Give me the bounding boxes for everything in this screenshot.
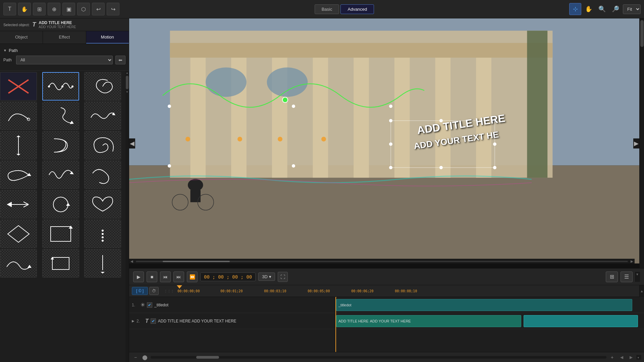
3d-mode-button[interactable]: 3D ▾ (258, 273, 275, 281)
path-section-header[interactable]: ▼ Path (3, 47, 125, 56)
path-item-dotted[interactable] (84, 220, 121, 248)
svg-point-48 (278, 137, 282, 141)
scroll-thumb-v[interactable] (640, 20, 644, 47)
timecode-4: 00:00:06;20 (351, 289, 373, 293)
timeline-timecodes: 00:00:00;00 00:00:01;20 00:00:03;10 00:0… (177, 285, 639, 297)
playhead[interactable] (335, 297, 336, 352)
video-scroll-horizontal[interactable]: ◀ ▶ (129, 259, 635, 263)
path-item-s3[interactable] (84, 161, 121, 189)
scroll-right-h-arrow[interactable]: ▶ (629, 259, 635, 263)
path-item-s2[interactable] (42, 131, 79, 160)
path-item-spiral2[interactable] (84, 72, 121, 101)
timeline-plus-btn[interactable]: + (608, 354, 616, 361)
timeline-scroll-left-btn[interactable]: ◀ (618, 354, 625, 361)
path-item-curve[interactable] (0, 102, 37, 130)
path-item-square2[interactable] (42, 249, 79, 278)
path-item-diamond[interactable] (0, 220, 37, 248)
tl-side-scroll[interactable]: ▼ (637, 355, 641, 360)
path-item-circle[interactable] (42, 190, 79, 219)
track-num-1: 1. (132, 303, 139, 307)
step-back-button[interactable]: ⏮ (160, 272, 171, 282)
redo-btn[interactable]: ↪ (107, 3, 119, 15)
transform-tool-btn[interactable]: ⊕ (48, 3, 60, 15)
timecode-0: 00:00:00;00 (177, 289, 200, 293)
timeline-scroll-bar[interactable] (151, 356, 606, 359)
fast-forward-button[interactable]: ⏩ (187, 272, 198, 282)
timeline-dot-btn[interactable]: ⬤ (141, 354, 149, 361)
path-select[interactable]: All (16, 56, 113, 64)
clip-2a[interactable]: ADD TITLE HERE ADD YOUR TEXT HERE (336, 315, 521, 327)
video-scroll-vertical[interactable] (639, 18, 644, 268)
scroll-thumb[interactable] (126, 76, 128, 89)
scroll-left-h-arrow[interactable]: ◀ (129, 259, 135, 263)
track-num-2: 2. (137, 319, 143, 323)
scroll-left-arrow[interactable]: ◀ (129, 138, 135, 148)
tab-object[interactable]: Object (0, 31, 43, 44)
select-tool-btn[interactable]: ✋ (18, 3, 31, 15)
clip-1[interactable]: _titledot (336, 299, 632, 311)
tab-effect[interactable]: Effect (43, 31, 86, 44)
path-item-none[interactable] (0, 72, 37, 101)
zoom-out-icon[interactable]: 🔍 (596, 3, 608, 15)
track-icon-2: T (145, 318, 149, 324)
group-tool-btn[interactable]: ⬡ (77, 3, 90, 15)
timeline-tab-main[interactable]: [ © ] (132, 287, 148, 295)
track-expand-2[interactable]: ▶ (132, 319, 135, 323)
track-row-1: 1. ✳ ✔ _titledot (129, 297, 335, 313)
path-item-wave3[interactable] (42, 161, 79, 189)
mode-group: Basic Advanced (315, 4, 374, 14)
basic-mode-btn[interactable]: Basic (315, 4, 339, 14)
path-item-arrow-left2[interactable] (0, 190, 37, 219)
playhead-marker[interactable] (177, 285, 182, 289)
timeline-view-btn[interactable]: ☰ (621, 272, 633, 282)
advanced-mode-btn[interactable]: Advanced (340, 4, 374, 14)
play-button[interactable]: ▶ (133, 272, 144, 282)
path-item-square[interactable] (42, 220, 79, 248)
fullscreen-button[interactable]: ⛶ (278, 272, 288, 282)
step-frame-button[interactable]: ⏭ (173, 272, 184, 282)
timeline-scroll-up[interactable]: ▲ (639, 285, 644, 297)
scroll-up-arrow[interactable]: ▲ (125, 71, 129, 75)
svg-marker-22 (28, 265, 32, 268)
path-item-arrow-down[interactable] (84, 249, 121, 278)
scroll-thumb-h[interactable] (163, 261, 230, 262)
stop-button[interactable]: ■ (147, 272, 157, 282)
undo-btn[interactable]: ↩ (92, 3, 105, 15)
clip-2b[interactable] (524, 315, 638, 327)
svg-point-58 (389, 142, 392, 146)
scroll-down-arrow[interactable]: ▼ (125, 90, 129, 94)
track-check-1[interactable]: ✔ (147, 302, 152, 308)
timeline-scroll-thumb[interactable] (196, 356, 219, 359)
path-item-wave-sm[interactable] (0, 249, 37, 278)
svg-point-46 (185, 137, 190, 141)
left-panel: Selected object: T ADD TITLE HERE ADD YO… (0, 18, 129, 362)
zoom-in-icon[interactable]: 🔎 (609, 3, 622, 15)
selected-object-bar: Selected object: T ADD TITLE HERE ADD YO… (0, 18, 129, 31)
path-item-s-curve[interactable] (42, 102, 79, 130)
text-tool-btn[interactable]: T (3, 3, 16, 15)
scroll-right-arrow[interactable]: ▶ (633, 138, 639, 148)
select-arrow-icon[interactable]: ⊹ (569, 3, 581, 15)
storyboard-view-btn[interactable]: ⊞ (606, 272, 618, 282)
path-item-wave2[interactable] (84, 102, 121, 130)
crop-tool-btn[interactable]: ⊞ (33, 3, 46, 15)
timeline-scroll-right-btn[interactable]: ▶ (627, 354, 635, 361)
path-item-arrow-left[interactable] (0, 161, 37, 189)
path-item-spiral[interactable] (84, 131, 121, 160)
tab-motion[interactable]: Motion (86, 31, 129, 44)
side-collapse-btn[interactable]: ▼ (635, 272, 640, 282)
path-item-heart[interactable] (84, 190, 121, 219)
svg-point-63 (493, 142, 496, 146)
timeline-clock-icon[interactable]: ⏱ (149, 287, 159, 295)
pan-icon[interactable]: ✋ (583, 3, 595, 15)
mask-tool-btn[interactable]: ▣ (62, 3, 75, 15)
timeline-minus-btn[interactable]: − (132, 354, 139, 361)
path-paste-btn[interactable]: ⬅ (115, 56, 125, 64)
left-panel-scrollbar[interactable]: ▲ ▼ (125, 71, 129, 362)
track-check-2[interactable]: ✔ (151, 318, 156, 324)
fit-select[interactable]: Fit (623, 4, 641, 14)
path-item-vertical[interactable] (0, 131, 37, 160)
path-item-wave[interactable] (42, 72, 79, 101)
timeline-resize-handle[interactable]: ⋮⋮⋮ (161, 289, 177, 293)
svg-marker-10 (16, 154, 20, 156)
